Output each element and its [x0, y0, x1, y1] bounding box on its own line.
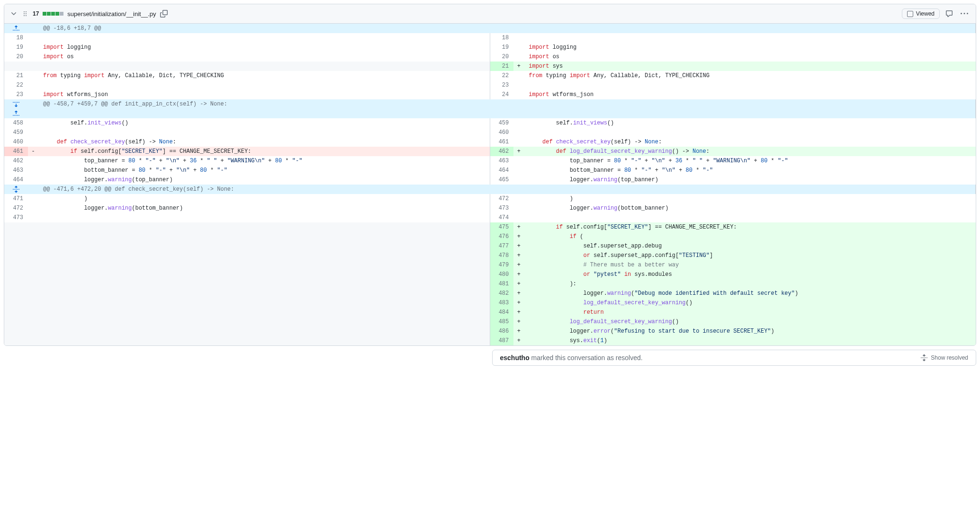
- code-content[interactable]: # There must be a better way: [524, 260, 975, 270]
- code-content[interactable]: self.init_views(): [38, 118, 490, 128]
- line-number-left[interactable]: [4, 251, 28, 260]
- line-number-right[interactable]: 479: [490, 260, 513, 270]
- code-content[interactable]: logger.error("Refusing to start due to i…: [524, 327, 975, 336]
- drag-handle-icon[interactable]: [21, 10, 29, 18]
- code-content[interactable]: [524, 80, 975, 90]
- code-content[interactable]: [38, 213, 490, 222]
- code-content[interactable]: if self.config["SECRET_KEY"] == CHANGE_M…: [38, 147, 490, 156]
- kebab-menu-icon[interactable]: [959, 8, 970, 19]
- code-content[interactable]: logger.warning("Debug mode identified wi…: [524, 289, 975, 298]
- code-content[interactable]: def check_secret_key(self) -> None:: [38, 137, 490, 147]
- line-number-left[interactable]: [4, 270, 28, 279]
- code-content[interactable]: or "pytest" in sys.modules: [524, 270, 975, 279]
- line-number-right[interactable]: 460: [490, 128, 513, 137]
- code-content[interactable]: [38, 33, 490, 43]
- code-content[interactable]: from typing import Any, Callable, Dict, …: [38, 71, 490, 80]
- expand-up-icon[interactable]: [4, 109, 28, 118]
- copy-path-icon[interactable]: [160, 10, 168, 18]
- line-number-left[interactable]: 464: [4, 175, 28, 185]
- line-number-right[interactable]: 480: [490, 270, 513, 279]
- line-number-left[interactable]: 461: [4, 147, 28, 156]
- line-number-left[interactable]: [4, 62, 28, 71]
- line-number-left[interactable]: 459: [4, 128, 28, 137]
- line-number-right[interactable]: 459: [490, 118, 513, 128]
- code-content[interactable]: [524, 128, 975, 137]
- code-content[interactable]: import logging: [38, 43, 490, 52]
- viewed-toggle[interactable]: Viewed: [902, 9, 940, 19]
- line-number-left[interactable]: 23: [4, 90, 28, 99]
- code-content[interactable]: if (: [524, 232, 975, 241]
- line-number-left[interactable]: [4, 327, 28, 336]
- code-content[interactable]: ): [38, 194, 490, 203]
- expand-up-icon[interactable]: [4, 24, 28, 33]
- line-number-right[interactable]: 478: [490, 251, 513, 260]
- code-content[interactable]: if self.config["SECRET_KEY"] == CHANGE_M…: [524, 222, 975, 232]
- code-content[interactable]: log_default_secret_key_warning(): [524, 317, 975, 327]
- line-number-left[interactable]: 471: [4, 194, 28, 203]
- line-number-right[interactable]: 482: [490, 289, 513, 298]
- code-content[interactable]: import wtforms_json: [524, 90, 975, 99]
- code-content[interactable]: top_banner = 80 * "-" + "\n" + 36 * " " …: [524, 156, 975, 166]
- line-number-left[interactable]: [4, 222, 28, 232]
- code-content[interactable]: import wtforms_json: [38, 90, 490, 99]
- line-number-right[interactable]: 484: [490, 308, 513, 317]
- expander-cell[interactable]: [4, 99, 28, 118]
- line-number-right[interactable]: 485: [490, 317, 513, 327]
- code-content[interactable]: ): [524, 194, 975, 203]
- line-number-right[interactable]: 463: [490, 156, 513, 166]
- line-number-right[interactable]: 18: [490, 33, 513, 43]
- line-number-left[interactable]: 472: [4, 203, 28, 213]
- line-number-right[interactable]: 464: [490, 166, 513, 175]
- code-content[interactable]: from typing import Any, Callable, Dict, …: [524, 71, 975, 80]
- line-number-right[interactable]: 462: [490, 147, 513, 156]
- line-number-left[interactable]: [4, 289, 28, 298]
- code-content[interactable]: sys.exit(1): [524, 336, 975, 345]
- code-content[interactable]: bottom_banner = 80 * "-" + "\n" + 80 * "…: [524, 166, 975, 175]
- file-path-link[interactable]: superset/initialization/__init__.py: [67, 10, 156, 18]
- comment-icon[interactable]: [944, 8, 955, 19]
- line-number-left[interactable]: 20: [4, 52, 28, 62]
- line-number-right[interactable]: 476: [490, 232, 513, 241]
- line-number-right[interactable]: 473: [490, 203, 513, 213]
- line-number-right[interactable]: 486: [490, 327, 513, 336]
- line-number-right[interactable]: 472: [490, 194, 513, 203]
- line-number-left[interactable]: 463: [4, 166, 28, 175]
- line-number-left[interactable]: 22: [4, 80, 28, 90]
- line-number-left[interactable]: 473: [4, 213, 28, 222]
- resolved-user[interactable]: eschutho: [500, 354, 530, 362]
- line-number-left[interactable]: [4, 298, 28, 308]
- line-number-right[interactable]: 19: [490, 43, 513, 52]
- code-content[interactable]: logger.warning(top_banner): [524, 175, 975, 185]
- code-content[interactable]: bottom_banner = 80 * "-" + "\n" + 80 * "…: [38, 166, 490, 175]
- code-content[interactable]: def check_secret_key(self) -> None:: [524, 137, 975, 147]
- code-content[interactable]: ):: [524, 279, 975, 289]
- code-content[interactable]: [524, 33, 975, 43]
- code-content[interactable]: self.init_views(): [524, 118, 975, 128]
- code-content[interactable]: logger.warning(top_banner): [38, 175, 490, 185]
- code-content[interactable]: import logging: [524, 43, 975, 52]
- line-number-left[interactable]: 21: [4, 71, 28, 80]
- line-number-right[interactable]: 475: [490, 222, 513, 232]
- line-number-right[interactable]: 477: [490, 241, 513, 251]
- line-number-left[interactable]: 460: [4, 137, 28, 147]
- line-number-right[interactable]: 24: [490, 90, 513, 99]
- line-number-left[interactable]: [4, 260, 28, 270]
- expander-cell[interactable]: [4, 185, 28, 194]
- code-content[interactable]: def log_default_secret_key_warning() -> …: [524, 147, 975, 156]
- code-content[interactable]: import os: [524, 52, 975, 62]
- line-number-right[interactable]: 23: [490, 80, 513, 90]
- line-number-right[interactable]: 474: [490, 213, 513, 222]
- line-number-left[interactable]: [4, 336, 28, 345]
- line-number-left[interactable]: 458: [4, 118, 28, 128]
- expand-down-icon[interactable]: [4, 99, 28, 109]
- code-content[interactable]: top_banner = 80 * "-" + "\n" + 36 * " " …: [38, 156, 490, 166]
- code-content[interactable]: import sys: [524, 62, 975, 71]
- line-number-left[interactable]: [4, 279, 28, 289]
- code-content[interactable]: import os: [38, 52, 490, 62]
- line-number-left[interactable]: [4, 232, 28, 241]
- code-content[interactable]: log_default_secret_key_warning(): [524, 298, 975, 308]
- line-number-right[interactable]: 21: [490, 62, 513, 71]
- expander-cell[interactable]: [4, 24, 28, 33]
- code-content[interactable]: logger.warning(bottom_banner): [38, 203, 490, 213]
- code-content[interactable]: return: [524, 308, 975, 317]
